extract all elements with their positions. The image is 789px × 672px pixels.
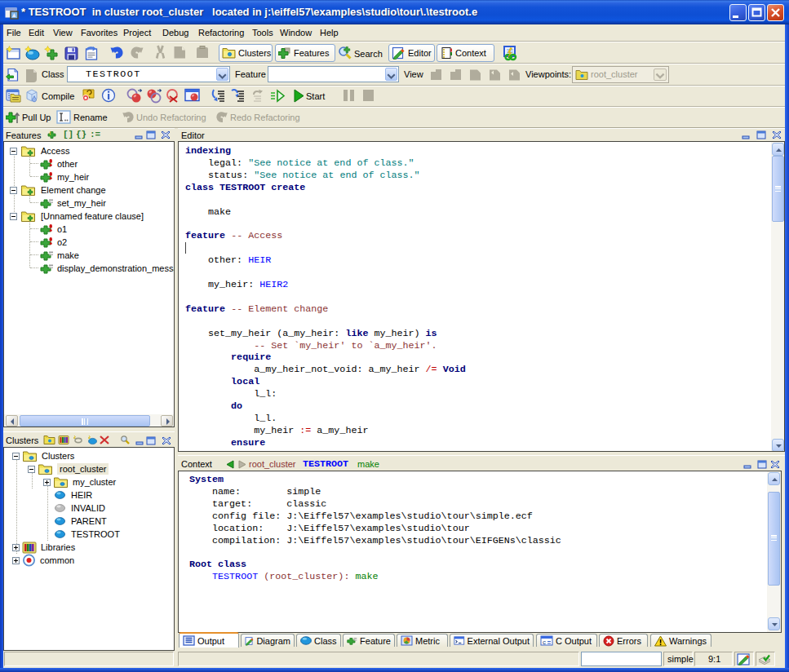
svg-text:c: c [543, 639, 546, 646]
